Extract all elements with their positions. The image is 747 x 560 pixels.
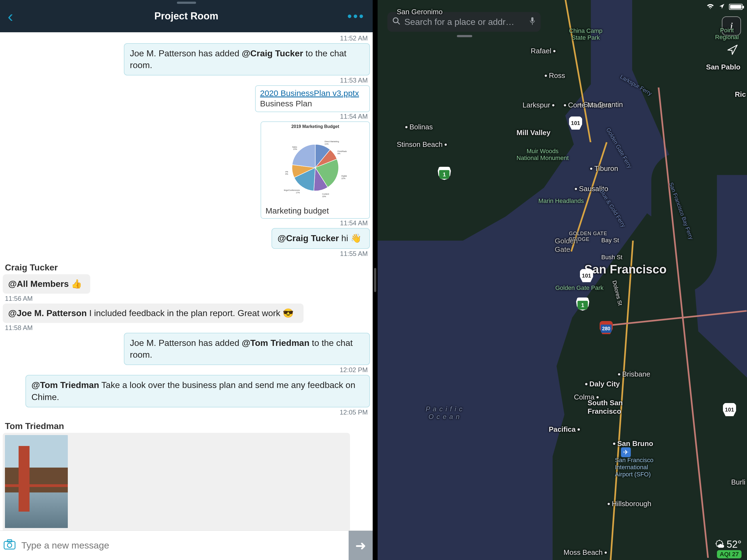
map-label: San Bruno bbox=[613, 439, 653, 449]
sender-name: Tom Triedman bbox=[5, 421, 370, 431]
timestamp: 11:54 AM bbox=[3, 219, 370, 227]
mention[interactable]: @Joe M. Patterson bbox=[8, 308, 87, 318]
svg-rect-9 bbox=[7, 540, 12, 542]
map-label: Rafael bbox=[531, 47, 556, 56]
chat-scroll[interactable]: 11:52 AM Joe M. Patterson has added @Cra… bbox=[0, 32, 373, 531]
chat-header: ‹ Project Room ••• bbox=[0, 0, 373, 32]
more-button[interactable]: ••• bbox=[347, 9, 365, 23]
text: Joe M. Patterson has added bbox=[130, 48, 242, 58]
text: Sounds good. FYI I am also drafting our … bbox=[5, 528, 348, 531]
microphone-icon[interactable] bbox=[529, 17, 536, 27]
map-label: San Pablo bbox=[706, 63, 741, 71]
send-button[interactable]: ➜ bbox=[349, 531, 373, 560]
svg-rect-12 bbox=[531, 17, 534, 22]
locate-button[interactable] bbox=[727, 44, 738, 58]
mention[interactable]: @Tom Triedman bbox=[242, 338, 310, 348]
map-label: Golden Gate Ferry bbox=[605, 127, 633, 169]
aqi-badge[interactable]: AQI 27 bbox=[717, 550, 742, 558]
file-attachment[interactable]: 2020 BusinessPlan v3.pptx Business Plan bbox=[255, 85, 370, 112]
chart-title: 2019 Marketing Budget bbox=[263, 124, 367, 129]
svg-text:Content10%: Content10% bbox=[322, 193, 329, 198]
location-services-icon bbox=[719, 2, 725, 11]
map-label: Daly City bbox=[585, 380, 620, 389]
map-label: Tiburon bbox=[590, 164, 618, 173]
timestamp: 11:53 AM bbox=[3, 77, 370, 84]
svg-text:Meetings/Conferences17%: Meetings/Conferences17% bbox=[284, 189, 300, 194]
map-label: Muir WoodsNational Monument bbox=[516, 148, 569, 161]
system-message: Joe M. Patterson has added @Craig Tucker… bbox=[124, 43, 370, 75]
timestamp: 11:54 AM bbox=[3, 113, 370, 120]
map-label: Brisbane bbox=[618, 370, 650, 379]
map-label: Larkspur bbox=[522, 101, 555, 110]
text: Joe M. Patterson has added bbox=[130, 338, 242, 348]
airport-icon: ✈ bbox=[621, 447, 631, 457]
text: I included feedback in the plan report. … bbox=[87, 308, 294, 318]
map-label: Golden Gate Park bbox=[555, 284, 603, 291]
chat-pane: ‹ Project Room ••• 11:52 AM Joe M. Patte… bbox=[0, 0, 373, 560]
map-label: Pacifica bbox=[549, 425, 580, 434]
map-pane[interactable]: Search for a place or addr… i San Geroni… bbox=[378, 0, 747, 560]
weather-icon: 🌤 bbox=[715, 539, 725, 550]
timestamp: 12:02 PM bbox=[3, 366, 370, 374]
wifi-icon bbox=[706, 2, 715, 11]
drag-handle-icon[interactable] bbox=[177, 2, 196, 4]
weather-temp: 52° bbox=[727, 539, 742, 550]
map-label: Stinson Beach bbox=[397, 140, 447, 149]
timestamp: 11:55 AM bbox=[3, 250, 370, 258]
image-attachment[interactable]: 2019 Marketing Budget Direct Marketing11… bbox=[261, 121, 370, 219]
svg-point-10 bbox=[393, 18, 398, 23]
timestamp: 12:05 PM bbox=[3, 408, 370, 416]
map-label: San FranciscoInternationalAirport (SFO) bbox=[615, 457, 653, 478]
file-link[interactable]: 2020 BusinessPlan v3.pptx bbox=[260, 88, 365, 98]
route-shield-us101: 101 bbox=[580, 269, 593, 282]
photo-thumbnail[interactable] bbox=[5, 435, 68, 528]
split-divider[interactable] bbox=[373, 0, 378, 560]
drag-handle-icon[interactable] bbox=[457, 35, 472, 37]
weather-widget[interactable]: 🌤 52° bbox=[715, 539, 742, 550]
map-label: Bush St bbox=[601, 254, 622, 261]
battery-icon bbox=[729, 4, 743, 10]
route-shield-us101: 101 bbox=[723, 403, 736, 416]
outgoing-message: @Craig Tucker hi 👋 bbox=[272, 228, 370, 249]
text: hi 👋 bbox=[339, 233, 361, 243]
camera-icon[interactable] bbox=[0, 539, 19, 552]
search-icon bbox=[392, 17, 401, 27]
map-label: San Geronimo bbox=[397, 8, 443, 16]
landmass bbox=[378, 0, 591, 240]
status-bar bbox=[706, 2, 743, 11]
outgoing-message: @Tom Triedman Take a look over the busin… bbox=[25, 375, 370, 407]
timestamp: 11:52 AM bbox=[3, 34, 370, 42]
map-label: PointRegional bbox=[715, 27, 739, 41]
map-label: Bay St bbox=[601, 237, 619, 244]
incoming-message: @All Members 👍 bbox=[3, 274, 90, 294]
map-label: Corte Madera bbox=[564, 101, 611, 110]
image-caption: Marketing budget bbox=[263, 205, 367, 215]
map-label: Mill Valley bbox=[516, 128, 550, 137]
map-label: San Francisco bbox=[584, 262, 667, 276]
svg-point-8 bbox=[7, 543, 12, 548]
mention[interactable]: @Craig Tucker bbox=[242, 48, 303, 58]
svg-text:PR9%: PR9% bbox=[285, 171, 288, 176]
map-label: China CampState Park bbox=[569, 27, 602, 41]
sender-name: Craig Tucker bbox=[5, 262, 370, 273]
map-label: Blue & Gold Ferry bbox=[598, 188, 627, 228]
mention[interactable]: @Craig Tucker bbox=[278, 233, 339, 243]
back-button[interactable]: ‹ bbox=[8, 7, 13, 26]
search-placeholder: Search for a place or addr… bbox=[404, 17, 525, 27]
map-label: Ross bbox=[544, 71, 565, 80]
map-label: South SanFrancisco bbox=[588, 399, 623, 416]
mention[interactable]: @All Members bbox=[8, 279, 69, 289]
grip-icon bbox=[374, 268, 376, 292]
map-label: Ric bbox=[735, 90, 746, 99]
svg-text:Direct Marketing11%: Direct Marketing11% bbox=[325, 141, 339, 146]
mention[interactable]: @Tom Triedman bbox=[31, 380, 99, 390]
svg-text:Sales23%: Sales23% bbox=[292, 146, 297, 151]
route-shield-i280: 280 bbox=[600, 321, 613, 334]
incoming-message: @Joe M. Patterson I included feedback in… bbox=[3, 304, 304, 323]
map-label: P a c i f i cO c e a n bbox=[426, 405, 463, 421]
message-composer: ➜ bbox=[0, 531, 373, 560]
incoming-message: Sounds good. FYI I am also drafting our … bbox=[3, 433, 350, 531]
pie-chart: Direct Marketing11%Print/Radio/TV8%Digit… bbox=[263, 131, 367, 205]
svg-text:Print/Radio/TV8%: Print/Radio/TV8% bbox=[337, 150, 347, 155]
message-input[interactable] bbox=[19, 538, 349, 553]
